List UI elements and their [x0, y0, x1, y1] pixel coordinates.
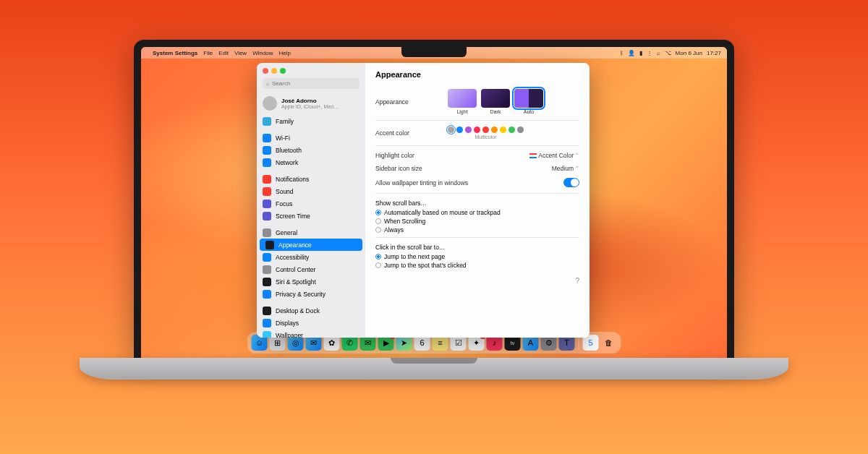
window-controls	[257, 63, 365, 77]
sidebar-item-wallpaper[interactable]: Wallpaper	[257, 329, 365, 338]
accent-color[interactable]	[509, 127, 515, 133]
sidebar-item-label: Focus	[276, 200, 292, 207]
sidebar-item-family[interactable]: Family	[257, 115, 365, 127]
sidebar-item-siri-spotlight[interactable]: Siri & Spotlight	[257, 275, 365, 288]
menu-help[interactable]: Help	[279, 50, 291, 56]
sidebar-item-label: Bluetooth	[276, 147, 302, 154]
help-button[interactable]: ?	[375, 277, 579, 285]
sidebar-item-accessibility[interactable]: Accessibility	[257, 251, 365, 263]
appearance-mode-dark[interactable]: Dark	[481, 89, 510, 114]
user-icon[interactable]: 👤	[628, 50, 635, 56]
user-name: José Adorno	[281, 98, 339, 104]
menu-edit[interactable]: Edit	[218, 50, 229, 56]
sidebar-icon	[263, 331, 271, 338]
highlight-row[interactable]: Highlight color Accent Color⌃	[375, 149, 579, 162]
sidebar-icon	[263, 228, 271, 237]
sidebar-size-value: Medium	[552, 165, 574, 172]
accent-color[interactable]	[448, 127, 454, 133]
menubar-time[interactable]: 17:27	[707, 50, 721, 56]
sidebar-item-label: Accessibility	[276, 254, 309, 261]
sidebar-item-screen-time[interactable]: Screen Time	[257, 210, 365, 222]
avatar	[263, 96, 277, 111]
sidebar-icon	[263, 307, 271, 315]
app-menu[interactable]: System Settings	[153, 50, 197, 56]
dock-trash-icon[interactable]: 🗑	[601, 335, 617, 351]
radio-option[interactable]: Jump to the spot that's clicked	[375, 261, 579, 270]
accent-color[interactable]	[482, 127, 489, 133]
sidebar-list: FamilyWi-FiBluetoothNetworkNotifications…	[257, 113, 365, 338]
sidebar-size-row[interactable]: Sidebar icon size Medium⌃	[375, 162, 579, 175]
tinting-row: Allow wallpaper tinting in windows	[375, 175, 579, 190]
sidebar-item-general[interactable]: General	[257, 226, 365, 239]
click-options: Jump to the next pageJump to the spot th…	[375, 252, 579, 270]
sidebar-item-displays[interactable]: Displays	[257, 317, 365, 329]
sidebar-item-network[interactable]: Network	[257, 156, 365, 168]
screen-bezel: System Settings File Edit View Window He…	[134, 40, 734, 358]
user-subtitle: Apple ID, iCloud+, Med…	[281, 104, 339, 109]
menu-view[interactable]: View	[234, 50, 247, 56]
chevron-down-icon: ⌃	[575, 166, 579, 171]
radio-option[interactable]: When Scrolling	[375, 217, 579, 226]
highlight-label: Highlight color	[375, 152, 448, 159]
search-input[interactable]	[272, 80, 356, 87]
sidebar-icon	[263, 253, 271, 262]
sidebar-item-control-center[interactable]: Control Center	[257, 263, 365, 275]
sidebar-item-desktop-dock[interactable]: Desktop & Dock	[257, 304, 365, 317]
scrollbars-label: Show scroll bars…	[375, 200, 579, 207]
appearance-mode-auto[interactable]: Auto	[514, 89, 543, 114]
sidebar-item-label: Control Center	[276, 266, 315, 273]
macbook: System Settings File Edit View Window He…	[134, 40, 734, 380]
appearance-row: Appearance LightDarkAuto	[375, 86, 579, 117]
sidebar-item-label: Appearance	[278, 241, 312, 249]
highlight-value: Accent Color	[538, 152, 574, 159]
sidebar-item-label: Family	[276, 118, 294, 125]
sidebar-item-notifications[interactable]: Notifications	[257, 173, 365, 185]
menu-window[interactable]: Window	[252, 50, 273, 56]
settings-sidebar: ⌕ José Adorno Apple ID, iCloud+, Med… Fa…	[257, 63, 365, 338]
sidebar-icon	[263, 117, 271, 126]
sidebar-item-label: Sound	[276, 188, 294, 195]
sidebar-size-label: Sidebar icon size	[375, 165, 448, 172]
sidebar-icon	[263, 265, 271, 274]
sidebar-item-privacy-security[interactable]: Privacy & Security	[257, 288, 365, 300]
apple-id-row[interactable]: José Adorno Apple ID, iCloud+, Med…	[257, 93, 365, 113]
laptop-base	[80, 358, 788, 380]
menubar-date[interactable]: Mon 6 Jun	[676, 50, 702, 56]
tinting-toggle[interactable]	[563, 178, 579, 187]
search-icon[interactable]: ⌕	[657, 50, 660, 56]
minimize-button[interactable]	[271, 68, 277, 74]
search-icon: ⌕	[266, 80, 270, 87]
appearance-mode-light[interactable]: Light	[448, 89, 477, 114]
battery-icon[interactable]: ▮	[639, 50, 642, 56]
accent-colors	[448, 127, 524, 133]
accent-color[interactable]	[500, 127, 506, 133]
sidebar-search[interactable]: ⌕	[263, 78, 359, 89]
accent-row: Accent color Multicolor	[375, 124, 579, 142]
sidebar-icon	[263, 212, 271, 220]
radio-option[interactable]: Jump to the next page	[375, 252, 579, 261]
close-button[interactable]	[263, 68, 268, 74]
accent-color[interactable]	[517, 127, 524, 133]
radio-option[interactable]: Automatically based on mouse or trackpad	[375, 208, 579, 217]
sidebar-item-label: Privacy & Security	[276, 291, 326, 298]
accent-color[interactable]	[491, 127, 498, 133]
sidebar-icon	[263, 200, 271, 208]
sidebar-item-bluetooth[interactable]: Bluetooth	[257, 144, 365, 156]
zoom-button[interactable]	[280, 68, 286, 74]
sidebar-icon	[263, 290, 271, 299]
sidebar-item-focus[interactable]: Focus	[257, 197, 365, 210]
sidebar-item-wi-fi[interactable]: Wi-Fi	[257, 132, 365, 144]
sidebar-item-appearance[interactable]: Appearance	[260, 239, 362, 251]
bluetooth-status-icon[interactable]: ᛒ	[620, 50, 624, 56]
accent-color[interactable]	[456, 127, 463, 133]
accent-color[interactable]	[465, 127, 472, 133]
menu-file[interactable]: File	[203, 50, 213, 56]
click-label: Click in the scroll bar to…	[375, 244, 579, 251]
wifi-icon[interactable]: ⋮	[647, 50, 652, 56]
control-center-icon[interactable]: ⌥	[665, 50, 671, 56]
sidebar-item-label: Siri & Spotlight	[276, 278, 316, 286]
sidebar-item-sound[interactable]: Sound	[257, 185, 365, 197]
flag-icon	[529, 153, 537, 158]
radio-option[interactable]: Always	[375, 226, 579, 234]
accent-color[interactable]	[474, 127, 480, 133]
